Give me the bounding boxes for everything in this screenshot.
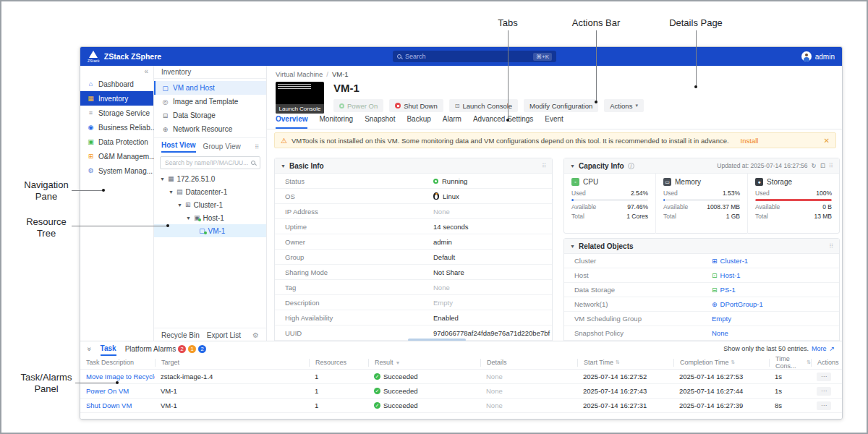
collapse-panel-icon[interactable]: » xyxy=(85,346,93,351)
menu-item-data-storage[interactable]: ⊟ Data Storage xyxy=(154,109,266,122)
tree-node-datacenter[interactable]: ▼ ▤ Datacenter-1 xyxy=(154,185,266,198)
tab-overview[interactable]: Overview xyxy=(276,115,307,129)
tree-node-vm[interactable]: ▢ VM-1 xyxy=(154,224,266,237)
row-actions-button[interactable]: ⋯ xyxy=(817,387,831,396)
drag-handle-icon[interactable]: ⠿ xyxy=(829,243,833,250)
data-storage-link[interactable]: ⊟PS-1 xyxy=(712,286,736,294)
annotation-dot xyxy=(166,224,169,227)
tree-search-placeholder: Search by name/IP/MAC/UU... xyxy=(165,159,248,166)
menu-item-vm-and-host[interactable]: ▢ VM and Host xyxy=(154,81,266,95)
caret-down-icon[interactable]: ▼ xyxy=(186,216,191,221)
tab-snapshot[interactable]: Snapshot xyxy=(365,115,395,129)
caret-down-icon[interactable]: ▼ xyxy=(177,203,182,208)
external-link-icon[interactable]: ↗ xyxy=(829,345,835,352)
sidebar-item-label: System Manag... xyxy=(98,167,153,175)
nav-collapse-button[interactable]: « xyxy=(80,66,153,77)
task-description-link[interactable]: Power On VM xyxy=(86,387,129,395)
caret-down-icon[interactable]: ▼ xyxy=(160,176,165,182)
caret-down-icon[interactable]: ▼ xyxy=(281,163,286,169)
tree-node-host[interactable]: ▼ ▣ Host-1 xyxy=(154,211,266,224)
layout-toggle-icon[interactable]: ⠿ xyxy=(255,144,259,153)
sidebar-item-data-protection[interactable]: ▣ Data Protection xyxy=(80,135,153,149)
task-description-link[interactable]: Move Image to Recycle ... xyxy=(86,373,155,380)
related-objects-header: ▼ Related Objects ⠿ xyxy=(564,239,839,254)
tab-platform-alarms[interactable]: Platform Alarms 2 1 2 xyxy=(125,341,207,356)
thumbnail-launch-console-label: Launch Console xyxy=(276,104,324,114)
related-row: Cluster⊞Cluster-1 xyxy=(564,254,839,268)
menu-item-image-and-template[interactable]: ◎ Image and Template xyxy=(154,95,266,109)
task-description-link[interactable]: Shut Down VM xyxy=(86,401,132,409)
page-title: VM-1 xyxy=(333,82,644,94)
more-link[interactable]: More xyxy=(812,345,827,352)
tab-advanced-settings[interactable]: Advanced Settings xyxy=(473,115,533,129)
host-link[interactable]: ⊡Host-1 xyxy=(712,271,741,279)
sidebar-item-storage-service[interactable]: ≡ Storage Service xyxy=(80,106,153,120)
export-list-link[interactable]: Export List xyxy=(207,331,241,339)
sidebar-item-dashboard[interactable]: ⌂ Dashboard xyxy=(80,77,153,91)
caret-down-icon[interactable]: ▼ xyxy=(570,163,575,169)
annotated-screenshot: Tabs Actions Bar Details Page Navigation… xyxy=(0,0,868,434)
details-page: Virtual Machine / VM-1 Launch Console VM… xyxy=(267,66,842,342)
console-thumbnail[interactable]: Launch Console xyxy=(276,82,324,114)
recycle-bin-link[interactable]: Recycle Bin xyxy=(161,331,200,339)
tree-search-input[interactable]: Search by name/IP/MAC/UU... xyxy=(160,156,260,169)
user-menu[interactable]: admin xyxy=(801,51,835,61)
menu-item-network-resource[interactable]: ⊕ Network Resource xyxy=(154,122,266,136)
top-bar: ZStack ZStack ZSphere Search ⌘+K admin xyxy=(80,47,842,66)
column-time-consumed[interactable]: Time Cons...⇅ xyxy=(769,359,811,367)
shut-down-button[interactable]: Shut Down xyxy=(389,99,443,112)
info-row: DescriptionEmpty xyxy=(275,295,552,310)
drag-handle-icon[interactable]: ⠿ xyxy=(829,162,833,169)
sidebar-item-business-reliability[interactable]: ◉ Business Reliab... xyxy=(80,120,153,135)
cpu-usage-bar xyxy=(571,199,648,201)
column-completion-time[interactable]: Completion Time⇅ xyxy=(673,359,769,367)
caret-down-icon[interactable]: ▼ xyxy=(570,244,575,249)
sidebar-item-inventory[interactable]: ▦ Inventory xyxy=(80,91,153,106)
expand-icon[interactable]: ⊡ xyxy=(820,162,825,169)
breadcrumb-root[interactable]: Virtual Machine xyxy=(276,70,323,78)
breadcrumb: Virtual Machine / VM-1 xyxy=(276,70,842,78)
sort-icon[interactable]: ⇅ xyxy=(731,359,736,365)
global-search-input[interactable]: Search ⌘+K xyxy=(393,51,556,62)
inventory-icon: ▦ xyxy=(87,95,95,102)
row-actions-button[interactable]: ⋯ xyxy=(817,373,831,381)
column-start-time[interactable]: Start Time⇅ xyxy=(577,359,673,367)
tab-backup[interactable]: Backup xyxy=(407,115,430,129)
tree-node-cluster[interactable]: ▼ ⊞ Cluster-1 xyxy=(154,198,266,211)
tree-node-management-ip[interactable]: ▼ ▦ 172.26.51.0 xyxy=(154,172,266,185)
network-link[interactable]: ⊕DPortGroup-1 xyxy=(712,300,763,308)
annotation-resource-tree: Resource Tree xyxy=(17,216,75,239)
column-task-description: Task Description xyxy=(80,359,155,366)
sort-icon[interactable]: ⇅ xyxy=(616,359,620,365)
sidebar-item-om-management[interactable]: ⊞ O&M Managem... xyxy=(80,149,153,163)
cluster-link[interactable]: ⊞Cluster-1 xyxy=(712,257,748,265)
user-avatar-icon xyxy=(801,51,812,61)
caret-down-icon[interactable]: ▼ xyxy=(169,190,174,195)
refresh-icon[interactable]: ↻ xyxy=(812,162,817,169)
info-row: OSLinux xyxy=(275,189,552,204)
actions-dropdown-button[interactable]: Actions ▾ xyxy=(604,99,644,112)
filter-icon[interactable]: ▼ xyxy=(396,360,401,365)
tab-group-view[interactable]: Group View xyxy=(203,142,241,153)
tab-task[interactable]: Task xyxy=(101,341,116,356)
modify-configuration-button[interactable]: Modify Configuration xyxy=(524,99,598,112)
install-link[interactable]: Install xyxy=(741,137,759,145)
tab-monitoring[interactable]: Monitoring xyxy=(319,115,353,129)
table-row: Shut Down VM VM-1 1 ✓Succeeded None 2025… xyxy=(80,399,842,413)
alarm-badge-critical: 2 xyxy=(178,345,186,353)
tab-event[interactable]: Event xyxy=(545,115,563,129)
tab-host-view[interactable]: Host View xyxy=(161,141,196,153)
sidebar-item-system-management[interactable]: ⚙ System Manag... xyxy=(80,163,153,178)
info-icon: i xyxy=(628,163,634,169)
gear-icon[interactable]: ⚙ xyxy=(252,331,259,339)
row-actions-button[interactable]: ⋯ xyxy=(817,401,831,410)
capacity-info-header: ▼ Capacity Info i Updated at: 2025-07-14… xyxy=(564,158,839,174)
sidebar-item-label: Inventory xyxy=(98,95,128,103)
status-dot xyxy=(198,218,201,221)
close-icon[interactable]: ✕ xyxy=(824,137,830,145)
power-on-button[interactable]: Power On xyxy=(333,99,383,112)
column-result[interactable]: Result▼ xyxy=(368,359,480,367)
tab-alarm[interactable]: Alarm xyxy=(443,115,461,129)
drag-handle-icon[interactable]: ⠿ xyxy=(542,163,546,169)
host-icon: ⊡ xyxy=(712,272,718,279)
